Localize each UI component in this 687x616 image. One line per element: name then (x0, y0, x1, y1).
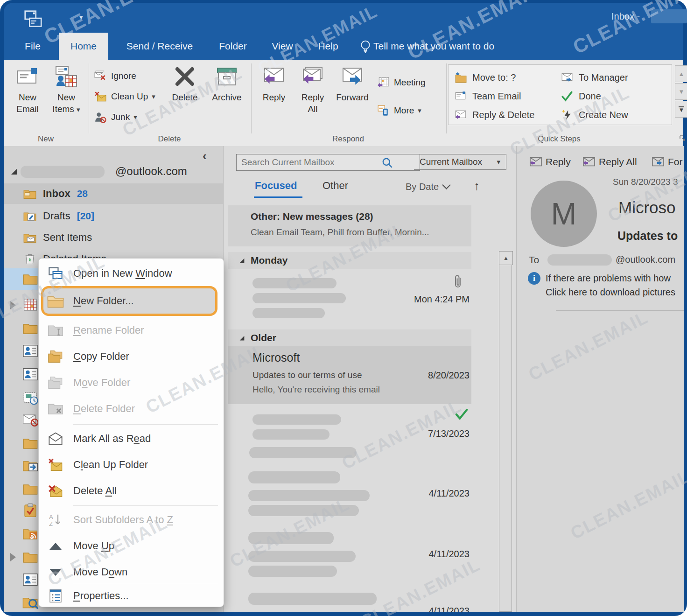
quick-step-reply-delete[interactable]: Reply & Delete (454, 106, 534, 123)
contacts-folder-icon[interactable] (22, 573, 38, 587)
tab-view[interactable]: View (263, 33, 301, 60)
menu-item-properties[interactable]: Properties... (41, 584, 222, 608)
group-header-monday[interactable]: Monday (228, 252, 471, 269)
contacts-folder-icon[interactable] (22, 344, 38, 358)
expand-triangle-icon[interactable] (11, 168, 17, 175)
tab-home[interactable]: Home (59, 33, 108, 60)
journal-folder-icon[interactable] (22, 391, 39, 406)
tab-send-receive[interactable]: Send / Receive (115, 33, 204, 60)
delete-x-icon (174, 65, 196, 88)
reply-button-pane[interactable]: Reply (529, 156, 571, 168)
expand-arrow-icon[interactable] (10, 301, 16, 309)
tab-other[interactable]: Other (322, 180, 348, 192)
sort-by-dropdown[interactable]: By Date (406, 182, 449, 192)
redacted-text (248, 566, 337, 577)
delete-button[interactable]: Delete (166, 63, 203, 133)
tab-file[interactable]: File (14, 33, 51, 60)
reply-all-button[interactable]: ReplyAll (294, 63, 331, 133)
sidebar-item-drafts[interactable]: Drafts[20] (4, 206, 223, 226)
quick-step-done[interactable]: Done (560, 88, 601, 105)
menu-item-new-folder[interactable]: New Folder... (41, 289, 222, 313)
other-new-messages-banner[interactable]: Other: New messages (28) Clean Email Tea… (228, 205, 471, 246)
forward-button[interactable]: Forward (333, 63, 372, 133)
meeting-button[interactable]: Meeting (376, 74, 426, 91)
rss-folder-icon[interactable] (22, 526, 39, 541)
menu-item-copy-folder[interactable]: Copy Folder (41, 345, 222, 368)
group-header-older[interactable]: Older (228, 329, 471, 346)
quick-step-create-new[interactable]: Create New (560, 106, 628, 123)
chevron-down-icon (442, 181, 450, 189)
folder-icon[interactable] (22, 549, 38, 564)
reply-all-button-pane[interactable]: Reply All (582, 156, 637, 168)
menu-item-open-in-new-window[interactable]: Open in New Window (41, 262, 222, 285)
junk-folder-icon[interactable] (22, 413, 39, 427)
tasks-folder-icon[interactable] (22, 503, 38, 518)
properties-icon (49, 588, 63, 603)
expand-arrow-icon[interactable] (10, 553, 16, 561)
tab-folder[interactable]: Folder (212, 33, 254, 60)
message-list-scrollbar[interactable]: ▲ (499, 251, 513, 612)
menu-item-delete-all[interactable]: Delete All (41, 479, 222, 503)
search-icon[interactable] (381, 157, 393, 169)
menu-item-move-down[interactable]: Move Down (41, 560, 222, 584)
redacted-text (248, 490, 370, 501)
tab-help[interactable]: Help (308, 33, 348, 60)
redacted-text (252, 293, 346, 303)
reply-delete-icon (454, 109, 468, 121)
archive-button[interactable]: Archive (207, 63, 246, 133)
tab-focused[interactable]: Focused (255, 180, 297, 192)
to-manager-icon (560, 71, 574, 84)
search-folder-icon[interactable] (22, 594, 39, 610)
folder-icon[interactable] (22, 321, 38, 336)
window-title: Inbox - (611, 11, 640, 22)
quick-step-move-to[interactable]: Move to: ? (454, 69, 516, 86)
info-banner-line2[interactable]: Click here to download pictures (546, 287, 675, 298)
menu-item-move-up[interactable]: Move Up (41, 534, 222, 558)
title-bar: ▾ Inbox - File Home Send / Receive Folde… (4, 3, 683, 60)
junk-button[interactable]: Junk▾ (93, 108, 137, 126)
sidebar-item-inbox[interactable]: Inbox28 (4, 183, 223, 204)
calendar-folder-icon[interactable] (22, 297, 38, 312)
message-row-microsoft[interactable]: Microsoft Updates to our terms of use 8/… (228, 346, 471, 404)
menu-item-clean-up-folder[interactable]: Clean Up Folder (41, 453, 222, 476)
menu-item-mark-all-as-read[interactable]: Mark All as Read (41, 427, 222, 450)
quick-steps-more-button[interactable]: ▼ (675, 101, 687, 118)
scrollbar-track[interactable] (499, 265, 512, 612)
scrollbar-up-button[interactable]: ▲ (499, 251, 513, 265)
sender-name: Microso (618, 198, 676, 217)
sidebar-item-sent-items[interactable]: Sent Items (4, 227, 223, 248)
avatar[interactable]: M (531, 181, 597, 247)
forward-button-pane[interactable]: For (651, 156, 683, 168)
quick-step-to-manager[interactable]: To Manager (560, 69, 628, 86)
recipient-suffix: @outlook.com (616, 254, 675, 265)
quick-step-team-email[interactable]: Team Email (454, 88, 521, 105)
new-email-button[interactable]: NewEmail (9, 63, 46, 133)
tell-me-box[interactable]: Tell me what you want to do (373, 33, 523, 60)
folder-icon[interactable] (22, 271, 38, 286)
quick-steps-dialog-launcher-icon[interactable] (679, 134, 686, 142)
sort-direction-button[interactable]: ↑ (474, 179, 480, 193)
contacts-folder-icon[interactable] (22, 367, 38, 381)
folder-icon[interactable] (22, 435, 38, 450)
qat-customize-button[interactable]: ▾ (79, 13, 83, 21)
more-respond-button[interactable]: More▾ (376, 102, 421, 119)
new-items-button[interactable]: NewItems ▾ (48, 63, 85, 133)
reply-button[interactable]: Reply (256, 63, 292, 133)
mailbox-scope-dropdown[interactable]: Current Mailbox▾ (414, 154, 506, 170)
clean-up-button[interactable]: Clean Up▾ (93, 88, 155, 105)
forward-icon (651, 156, 665, 168)
quick-steps-scroll-down[interactable]: ▼ (675, 83, 687, 100)
mark-read-icon (48, 432, 63, 446)
meeting-icon (376, 77, 390, 89)
new-email-icon (16, 65, 39, 88)
quick-steps-scroll-up[interactable]: ▲ (675, 65, 687, 82)
lightbulb-icon (358, 39, 372, 54)
move-folder-icon (48, 376, 63, 390)
outbox-folder-icon[interactable] (22, 458, 39, 473)
folder-icon[interactable] (22, 481, 38, 496)
account-row[interactable]: @outlook.com (4, 161, 223, 182)
redacted-text (252, 429, 329, 440)
delete-folder-icon (48, 402, 63, 415)
ignore-button[interactable]: Ignore (93, 67, 136, 85)
collapse-group-icon (240, 336, 245, 340)
